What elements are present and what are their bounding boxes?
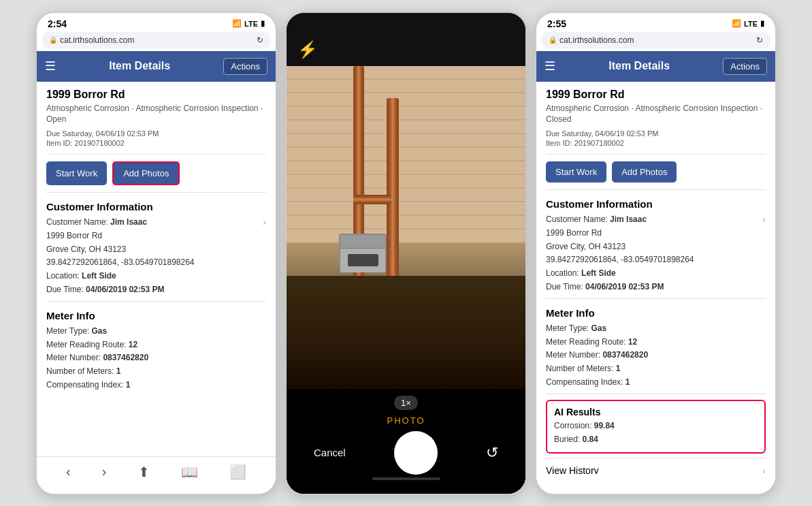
right-meter-route-row: Meter Reading Route: 12 <box>546 336 766 348</box>
left-meter-section-title: Meter Info <box>46 310 266 321</box>
left-status-icons: 📶 LTE ▮ <box>232 19 265 28</box>
left-start-work-button[interactable]: Start Work <box>46 161 107 185</box>
signal-icon: 📶 <box>232 19 242 28</box>
left-time: 2:54 <box>48 18 67 29</box>
right-meter-count-value: 1 <box>616 364 621 373</box>
left-meter-type-value: Gas <box>91 326 107 336</box>
left-meter-index-value: 1 <box>126 380 131 390</box>
tabs-icon[interactable]: ⬜ <box>229 464 246 480</box>
photo-label: PHOTO <box>387 415 425 426</box>
right-meter-section-title: Meter Info <box>546 307 766 319</box>
hamburger-icon[interactable]: ☰ <box>45 59 56 74</box>
left-customer-addr2: Grove City, OH 43123 <box>46 244 195 255</box>
right-meter-number-row: Meter Number: 0837462820 <box>546 349 766 361</box>
ai-buried-label: Buried: <box>554 434 580 444</box>
left-status-bar: 2:54 📶 LTE ▮ <box>37 13 276 32</box>
right-customer-name: Jim Isaac <box>610 215 647 224</box>
battery-icon: ▮ <box>261 19 265 28</box>
left-location-label: Location: <box>46 271 80 281</box>
shutter-button[interactable] <box>394 431 438 475</box>
left-customer-address-inner: Customer Name: Jim Isaac 1999 Borror Rd … <box>46 217 195 270</box>
right-divider-3 <box>546 298 766 299</box>
left-customer-name-label: Customer Name: <box>46 217 108 227</box>
left-meter-count-value: 1 <box>116 366 121 376</box>
left-content: 1999 Borror Rd Atmospheric Corrosion · A… <box>37 82 276 474</box>
left-bottom-nav: ‹ › ⬆ 📖 ⬜ <box>37 456 276 494</box>
middle-home-bar <box>372 477 440 480</box>
right-customer-address-block[interactable]: Customer Name: Jim Isaac 1999 Borror Rd … <box>546 214 766 268</box>
share-icon[interactable]: ⬆ <box>138 464 150 480</box>
right-customer-addr2: Grove City, OH 43123 <box>546 241 694 253</box>
right-add-photos-button[interactable]: Add Photos <box>612 161 677 183</box>
lock-icon: 🔒 <box>49 36 57 44</box>
view-history-label: View History <box>546 465 599 473</box>
left-due-time-label: Due Time: <box>46 285 84 294</box>
left-phone: 2:54 📶 LTE ▮ 🔒 cat.irthsolutions.com ↻ ☰… <box>35 12 277 495</box>
right-start-work-button[interactable]: Start Work <box>546 161 606 183</box>
refresh-icon[interactable]: ↻ <box>257 35 263 45</box>
left-add-photos-button[interactable]: Add Photos <box>112 161 180 185</box>
right-customer-coords: 39.8427292061864, -83.0549701898264 <box>546 254 694 266</box>
right-meter-index-value: 1 <box>626 377 630 387</box>
right-action-buttons: Start Work Add Photos <box>546 161 766 183</box>
ai-corrosion-row: Corrosion: 99.84 <box>554 420 758 432</box>
right-customer-info-group: Customer Name: Jim Isaac 1999 Borror Rd … <box>546 214 766 293</box>
left-meter-count-label: Number of Meters: <box>46 366 114 376</box>
left-customer-address-block[interactable]: Customer Name: Jim Isaac 1999 Borror Rd … <box>46 217 266 270</box>
left-meter-number-row: Meter Number: 0837462820 <box>46 352 266 364</box>
left-url-bar[interactable]: 🔒 cat.irthsolutions.com ↻ <box>42 32 270 48</box>
left-actions-button[interactable]: Actions <box>223 58 267 75</box>
right-url-bar[interactable]: 🔒 cat.irthsolutions.com ↻ <box>542 32 770 48</box>
left-meter-route-value: 12 <box>129 340 137 349</box>
flip-camera-icon[interactable]: ↺ <box>486 444 498 462</box>
right-content: 1999 Borror Rd Atmospheric Corrosion · A… <box>536 82 775 474</box>
left-customer-name-row: Customer Name: Jim Isaac <box>46 217 195 228</box>
left-location-value: Left Side <box>82 271 116 281</box>
right-actions-button[interactable]: Actions <box>723 58 767 75</box>
right-nav-title: Item Details <box>608 60 670 72</box>
bookmarks-icon[interactable]: 📖 <box>181 464 198 480</box>
right-customer-name-row: Customer Name: Jim Isaac <box>546 214 694 225</box>
right-customer-chevron-icon: › <box>762 214 766 225</box>
right-divider-4 <box>546 394 766 394</box>
left-due: Due Saturday, 04/06/19 02:53 PM <box>46 129 266 138</box>
left-nav-title: Item Details <box>109 60 170 72</box>
left-meter-route-row: Meter Reading Route: 12 <box>46 339 266 351</box>
right-time: 2:55 <box>547 18 566 29</box>
left-customer-name: Jim Isaac <box>110 217 147 227</box>
gas-meter <box>339 234 387 271</box>
left-meter-index-row: Compensating Index: 1 <box>46 379 266 391</box>
right-divider-1 <box>546 154 766 155</box>
camera-cancel-button[interactable]: Cancel <box>314 447 346 458</box>
forward-icon[interactable]: › <box>102 464 107 479</box>
right-nav-header: ☰ Item Details Actions <box>536 51 775 82</box>
right-customer-address-inner: Customer Name: Jim Isaac 1999 Borror Rd … <box>546 214 694 268</box>
pipe-horizontal <box>353 195 391 204</box>
left-meter-route-label: Meter Reading Route: <box>46 340 126 349</box>
right-status-icons: 📶 LTE ▮ <box>732 19 764 28</box>
right-url-text: 🔒 cat.irthsolutions.com <box>549 35 634 45</box>
right-customer-section-title: Customer Information <box>546 198 766 210</box>
zoom-value: 1× <box>401 398 411 408</box>
right-due-time-value: 04/06/2019 02:53 PM <box>585 282 664 291</box>
view-history-chevron-icon: › <box>762 465 766 473</box>
left-meter-number-value: 0837462820 <box>103 353 148 362</box>
right-refresh-icon[interactable]: ↻ <box>756 35 763 45</box>
middle-phone: ⚡ <box>285 12 527 495</box>
left-nav-header: ☰ Item Details Actions <box>37 51 276 82</box>
view-history-row[interactable]: View History › <box>546 458 766 473</box>
left-meter-type-label: Meter Type: <box>46 326 89 336</box>
back-icon[interactable]: ‹ <box>66 464 71 479</box>
left-customer-info-group: Customer Name: Jim Isaac 1999 Borror Rd … <box>46 217 266 296</box>
right-hamburger-icon[interactable]: ☰ <box>545 59 555 74</box>
left-meter-number-label: Meter Number: <box>46 353 101 362</box>
left-due-time-value: 04/06/2019 02:53 PM <box>86 285 164 294</box>
ai-buried-value: 0.84 <box>582 434 598 444</box>
camera-top-bar: ⚡ <box>287 13 525 66</box>
ground <box>287 276 525 389</box>
left-action-buttons: Start Work Add Photos <box>46 161 266 185</box>
flash-icon[interactable]: ⚡ <box>297 40 318 59</box>
right-meter-route-value: 12 <box>628 337 637 347</box>
ai-results-box: AI Results Corrosion: 99.84 Buried: 0.84 <box>546 400 766 454</box>
right-meter-type-value: Gas <box>591 323 606 333</box>
